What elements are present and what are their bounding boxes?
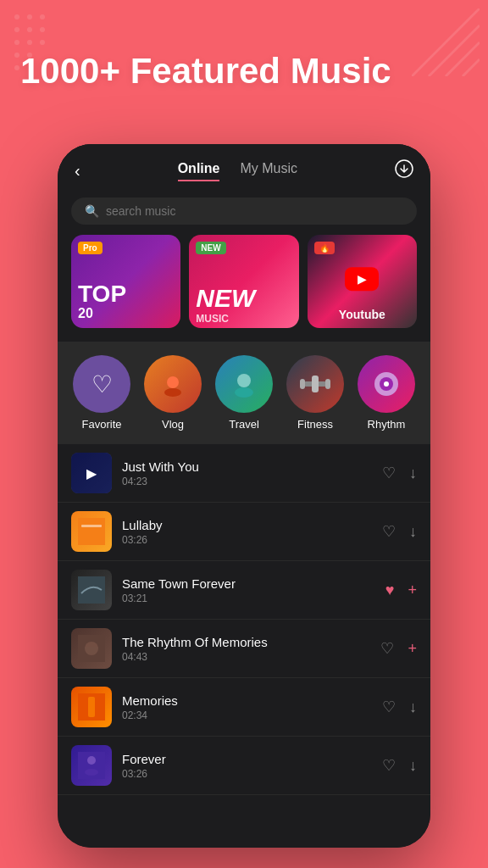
- svg-point-11: [14, 65, 19, 70]
- song-info: Lullaby 03:26: [122, 518, 372, 546]
- song-item[interactable]: ▶ Just With You 04:23 ♡ ↓: [58, 444, 430, 503]
- song-art-icon: [78, 693, 105, 721]
- download-icon[interactable]: [395, 159, 413, 182]
- featured-card-youtube[interactable]: 🔥 ▶ Youtube: [308, 235, 417, 328]
- category-fitness[interactable]: Fitness: [285, 355, 346, 431]
- like-button[interactable]: ♡: [382, 756, 396, 775]
- card-new-label: NEW MUSIC: [196, 284, 255, 325]
- song-name: Lullaby: [122, 518, 372, 532]
- svg-line-15: [463, 59, 480, 76]
- badge-fire: 🔥: [314, 242, 335, 254]
- like-button[interactable]: ♡: [382, 464, 396, 482]
- svg-rect-29: [81, 525, 102, 527]
- svg-point-37: [85, 769, 98, 776]
- like-button[interactable]: ♡: [382, 522, 396, 541]
- tab-my-music[interactable]: My Music: [240, 161, 297, 181]
- search-bar[interactable]: 🔍: [71, 198, 417, 225]
- like-button[interactable]: ♡: [382, 698, 396, 716]
- bg-decoration-tr: [412, 8, 480, 76]
- svg-point-17: [167, 376, 179, 388]
- category-section: ♡ Favorite Vlog: [58, 342, 430, 444]
- featured-card-top20[interactable]: Pro TOP 20: [71, 235, 180, 328]
- song-item[interactable]: Memories 02:34 ♡ ↓: [58, 678, 430, 737]
- cat-label-fitness: Fitness: [297, 418, 333, 431]
- card-top20-label: TOP 20: [78, 282, 126, 321]
- svg-point-0: [14, 14, 19, 19]
- song-thumbnail: [71, 570, 112, 610]
- svg-point-20: [235, 387, 253, 398]
- category-vlog[interactable]: Vlog: [142, 355, 203, 431]
- song-info: Just With You 04:23: [122, 459, 372, 487]
- fitness-img-icon: [300, 369, 330, 399]
- cat-label-vlog: Vlog: [162, 418, 184, 431]
- featured-card-new[interactable]: NEW NEW MUSIC: [189, 235, 298, 328]
- song-duration: 03:21: [122, 593, 375, 604]
- category-travel[interactable]: Travel: [214, 355, 274, 431]
- like-button[interactable]: ♥: [385, 581, 395, 599]
- svg-rect-24: [312, 376, 319, 392]
- add-button[interactable]: +: [408, 640, 417, 658]
- cat-avatar-fitness: [286, 355, 344, 413]
- song-item[interactable]: Same Town Forever 03:21 ♥ +: [58, 561, 430, 620]
- song-item[interactable]: The Rhythm Of Memories 04:43 ♡ +: [58, 620, 430, 678]
- song-actions: ♡ ↓: [382, 522, 417, 541]
- add-button[interactable]: +: [408, 581, 417, 599]
- song-duration: 03:26: [122, 534, 372, 546]
- search-input[interactable]: [106, 204, 403, 218]
- song-art-icon: [78, 635, 105, 662]
- svg-point-36: [87, 756, 96, 765]
- nav-tabs: Online My Music: [178, 161, 297, 181]
- song-duration: 04:43: [122, 651, 370, 663]
- song-actions: ♡ ↓: [382, 756, 417, 775]
- tab-online[interactable]: Online: [178, 161, 220, 181]
- cat-label-travel: Travel: [229, 418, 259, 431]
- svg-rect-28: [78, 518, 105, 545]
- song-name: Memories: [122, 693, 372, 708]
- song-thumbnail: [71, 687, 112, 727]
- cat-avatar-rhythm: [358, 355, 415, 413]
- svg-point-32: [85, 642, 98, 655]
- song-name: Just With You: [122, 459, 372, 474]
- card-youtube-label: Youtube: [308, 308, 417, 321]
- song-thumbnail: ▶: [71, 453, 112, 493]
- song-name: Same Town Forever: [122, 576, 375, 591]
- category-items: ♡ Favorite Vlog: [71, 355, 417, 431]
- song-art-icon: [78, 518, 105, 545]
- cat-avatar-vlog: [144, 355, 202, 413]
- category-rhythm[interactable]: Rhythm: [356, 355, 417, 431]
- song-info: Memories 02:34: [122, 693, 372, 721]
- phone-mockup: ‹ Online My Music 🔍 Pro TOP: [58, 144, 430, 848]
- download-button[interactable]: ↓: [409, 523, 417, 541]
- svg-point-27: [384, 381, 389, 387]
- badge-new: NEW: [196, 242, 225, 254]
- badge-pro: Pro: [78, 242, 103, 254]
- svg-point-19: [237, 374, 251, 387]
- download-button[interactable]: ↓: [409, 757, 417, 775]
- svg-point-5: [40, 27, 45, 32]
- featured-cards: Pro TOP 20 NEW NEW MUSIC 🔥 ▶: [58, 235, 430, 328]
- download-button[interactable]: ↓: [409, 698, 417, 716]
- category-favorite[interactable]: ♡ Favorite: [71, 355, 132, 431]
- cat-label-rhythm: Rhythm: [368, 418, 406, 431]
- back-button[interactable]: ‹: [75, 161, 80, 181]
- heart-icon: ♡: [92, 370, 113, 398]
- download-button[interactable]: ↓: [409, 465, 417, 482]
- svg-rect-22: [300, 379, 305, 389]
- hero-title: 1000+ Featured Music: [20, 51, 391, 92]
- song-actions: ♡ ↓: [382, 464, 417, 482]
- cat-avatar-favorite: ♡: [73, 355, 130, 413]
- svg-point-18: [164, 388, 181, 397]
- travel-img-icon: [229, 369, 259, 399]
- rhythm-img-icon: [371, 369, 402, 399]
- song-list: ▶ Just With You 04:23 ♡ ↓: [58, 444, 430, 795]
- svg-point-2: [40, 14, 45, 19]
- cat-avatar-travel: [215, 355, 273, 413]
- svg-point-3: [14, 27, 19, 32]
- song-item[interactable]: Forever 03:26 ♡ ↓: [58, 737, 430, 795]
- song-name: The Rhythm Of Memories: [122, 635, 370, 649]
- like-button[interactable]: ♡: [380, 639, 394, 658]
- svg-line-12: [412, 8, 480, 76]
- top-nav: ‹ Online My Music: [58, 144, 430, 191]
- song-item[interactable]: Lullaby 03:26 ♡ ↓: [58, 503, 430, 561]
- cat-label-favorite: Favorite: [82, 418, 122, 431]
